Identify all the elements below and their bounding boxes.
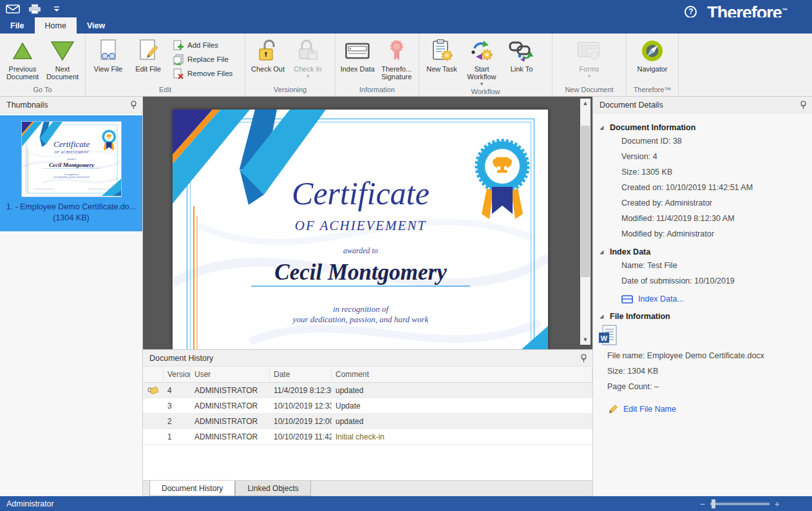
logo-tm: ™ <box>782 7 787 14</box>
replace-file-button[interactable]: Replace File <box>171 53 234 65</box>
status-user: Administrator <box>6 499 54 508</box>
thumbnail-item-selected[interactable]: 1. - Employee Demo Certificate.do... (13… <box>0 115 142 231</box>
scroll-down-icon[interactable]: ▼ <box>580 335 590 345</box>
detail-file-name: File name: Employee Demo Certificate.doc… <box>607 348 806 363</box>
index-data-link[interactable]: Index Data... <box>621 292 806 306</box>
thumbnail-caption: 1. - Employee Demo Certificate.do... <box>0 202 142 213</box>
previous-document-button[interactable]: Previous Document <box>3 35 42 85</box>
thumbnails-title: Thumbnails <box>6 101 48 110</box>
section-file-information[interactable]: File Information <box>598 312 806 321</box>
navigator-icon <box>641 39 664 63</box>
add-files-button[interactable]: Add Files <box>171 39 234 51</box>
send-mail-icon[interactable] <box>5 3 21 15</box>
current-version-tag-icon <box>147 386 160 395</box>
forms-dropdown-icon: ▼ <box>587 74 592 79</box>
tab-document-history[interactable]: Document History <box>149 481 235 496</box>
collapse-icon <box>598 249 605 255</box>
ribbon-group-workflow: New Task Start Workflow ▼ Link To Workfl… <box>419 34 552 96</box>
group-label-go-to: Go To <box>3 85 82 96</box>
previous-document-icon <box>12 39 33 63</box>
therefore-viewer-window: ? Therefore™ PEOPLE PROCESS INFORMATION … <box>0 0 812 511</box>
document-history-panel: Document History Version User Date Comme… <box>143 349 592 496</box>
start-workflow-button[interactable]: Start Workflow ▼ <box>462 35 502 87</box>
help-icon[interactable]: ? <box>685 6 697 18</box>
pin-icon[interactable] <box>800 101 807 110</box>
ribbon: Previous Document Next Document Go To Vi… <box>0 34 812 97</box>
thumbnail-image <box>22 122 121 197</box>
index-data-icon <box>345 39 370 63</box>
history-tab-strip: Document History Linked Objects <box>143 480 592 496</box>
tab-linked-objects[interactable]: Linked Objects <box>235 481 310 496</box>
section-document-information[interactable]: Document Information <box>598 123 806 132</box>
zoom-slider[interactable] <box>710 503 770 505</box>
group-label-versioning: Versioning <box>248 85 332 96</box>
ribbon-group-new-document: Forms ▼ New Document <box>552 34 627 96</box>
tab-view[interactable]: View <box>77 17 115 34</box>
ribbon-group-edit: View File Edit File Add Files Replac <box>86 34 245 96</box>
link-to-button[interactable]: Link To <box>502 35 542 85</box>
history-row[interactable]: 2 ADMINISTRATOR 10/10/2019 12:00:19 PM u… <box>143 414 592 429</box>
detail-modified-by: Modified by: Administrator <box>621 226 806 242</box>
ribbon-tab-row: File Home View <box>0 17 812 34</box>
check-in-button: Check In ▼ <box>288 35 328 85</box>
start-workflow-icon <box>469 39 494 63</box>
history-row[interactable]: 4 ADMINISTRATOR 11/4/2019 8:12:30 AM upd… <box>143 383 592 398</box>
remove-files-button[interactable]: Remove Files <box>171 68 234 79</box>
therefore-signature-button[interactable]: Therefo... Signature <box>377 35 417 85</box>
pin-icon[interactable] <box>580 354 587 363</box>
scrollbar-thumb[interactable] <box>581 126 590 277</box>
pin-icon[interactable] <box>130 101 137 110</box>
start-workflow-dropdown-icon: ▼ <box>479 82 484 87</box>
group-label-new-document: New Document <box>555 85 623 96</box>
check-out-button[interactable]: Check Out <box>248 35 288 85</box>
next-document-button[interactable]: Next Document <box>42 35 82 85</box>
zoom-out-button[interactable]: − <box>700 499 705 509</box>
col-comment[interactable]: Comment <box>332 369 592 380</box>
document-history-title: Document History <box>149 354 213 363</box>
collapse-icon <box>598 124 605 131</box>
history-row[interactable]: 3 ADMINISTRATOR 10/10/2019 12:33:51 PM U… <box>143 398 592 414</box>
tab-file[interactable]: File <box>0 17 35 34</box>
collapse-icon <box>598 313 605 320</box>
section-index-data[interactable]: Index Data <box>598 247 806 256</box>
check-in-dropdown-icon: ▼ <box>305 74 310 79</box>
edit-file-button[interactable]: Edit File <box>128 35 168 85</box>
viewer-scrollbar[interactable]: ▲ ▼ <box>580 99 590 345</box>
check-out-icon <box>257 39 279 63</box>
signature-icon <box>388 39 405 63</box>
group-label-information: Information <box>338 85 416 96</box>
status-bar: Administrator − + <box>0 496 812 511</box>
detail-index-name: Name: Test File <box>621 258 806 273</box>
history-row[interactable]: 1 ADMINISTRATOR 10/10/2019 11:42:51 AM I… <box>143 429 592 445</box>
zoom-in-button[interactable]: + <box>775 499 780 509</box>
col-date[interactable]: Date <box>270 369 332 380</box>
scroll-up-icon[interactable]: ▲ <box>580 99 590 108</box>
document-page[interactable] <box>173 110 548 349</box>
tab-home[interactable]: Home <box>35 17 77 34</box>
history-header-row: Version User Date Comment <box>143 367 592 383</box>
new-task-button[interactable]: New Task <box>422 35 462 85</box>
view-file-button[interactable]: View File <box>88 35 128 85</box>
detail-page-count: Page Count: – <box>607 379 806 394</box>
document-details-panel: Document Details Document Information Do… <box>592 97 812 496</box>
detail-created-on: Created on: 10/10/2019 11:42:51 AM <box>621 180 806 195</box>
edit-file-name-link[interactable]: Edit File Name <box>607 402 806 416</box>
group-label-workflow: Workflow <box>422 87 549 97</box>
zoom-slider-handle[interactable] <box>712 499 715 508</box>
word-file-icon[interactable]: W <box>598 325 618 347</box>
print-icon[interactable] <box>27 3 42 15</box>
detail-index-date: Date of submission: 10/10/2019 <box>621 273 806 289</box>
index-data-link-icon <box>621 295 633 304</box>
index-data-button[interactable]: Index Data <box>338 35 377 85</box>
col-version[interactable]: Version <box>164 369 191 380</box>
history-table: Version User Date Comment 4 ADMINISTRATO… <box>143 367 592 480</box>
check-in-icon <box>297 39 319 63</box>
navigator-button[interactable]: Navigator <box>632 35 672 85</box>
col-user[interactable]: User <box>191 369 270 380</box>
thumbnails-panel: Thumbnails 1. - Employee Demo Certificat… <box>0 97 143 496</box>
detail-file-size: Size: 1304 KB <box>607 363 806 379</box>
quick-access-toolbar <box>5 3 64 15</box>
new-task-icon <box>430 39 453 63</box>
quick-access-dropdown-icon[interactable] <box>49 3 64 15</box>
thumbnail-size: (1304 KB) <box>0 213 142 224</box>
